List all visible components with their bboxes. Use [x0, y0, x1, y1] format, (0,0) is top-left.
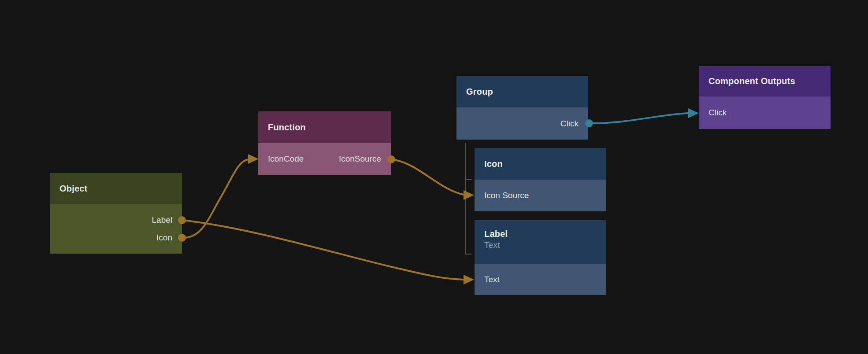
node-group-title: Group	[466, 87, 493, 97]
arrowhead-icon-iconsource	[464, 190, 474, 200]
node-component-outputs-title: Component Outputs	[708, 76, 795, 86]
port-dot-function-iconsource[interactable]	[387, 155, 395, 163]
node-object-title: Object	[59, 184, 87, 194]
wire-object-label-to-label-text[interactable]	[182, 220, 464, 280]
node-icon-body: Icon Source	[475, 180, 606, 211]
port-group-click-output[interactable]: Click	[560, 119, 579, 129]
node-group-header[interactable]: Group	[456, 76, 588, 107]
port-dot-object-icon[interactable]	[178, 234, 186, 242]
port-outputs-click-input[interactable]: Click	[708, 108, 727, 118]
port-function-iconcode-input[interactable]: IconCode	[268, 154, 304, 164]
wire-object-icon-to-function-iconcode[interactable]	[182, 159, 248, 238]
node-object-body: Label Icon	[50, 204, 182, 254]
node-function-body: IconCode IconSource	[258, 143, 391, 175]
port-object-label-output[interactable]: Label	[50, 211, 182, 229]
node-function-title: Function	[268, 122, 306, 133]
port-dot-object-label[interactable]	[178, 216, 186, 224]
node-label-title: Label	[484, 229, 508, 239]
node-function-header[interactable]: Function	[258, 111, 391, 143]
node-component-outputs[interactable]: Component Outputs Click	[699, 66, 831, 129]
node-object[interactable]: Object Label Icon	[50, 173, 182, 254]
port-dot-group-click[interactable]	[585, 119, 593, 127]
node-component-outputs-header[interactable]: Component Outputs	[699, 66, 831, 96]
node-group[interactable]: Group Click	[456, 76, 588, 140]
node-label-body: Text	[475, 264, 606, 295]
node-object-header[interactable]: Object	[50, 173, 182, 204]
node-canvas[interactable]: Object Label Icon Function IconCode Icon…	[0, 0, 868, 354]
arrowhead-outputs-click	[688, 108, 699, 118]
port-object-icon-output[interactable]: Icon	[50, 229, 182, 247]
arrowhead-function-iconcode	[248, 154, 259, 164]
port-icon-iconsource-input[interactable]: Icon Source	[484, 191, 529, 200]
node-label[interactable]: Label Text Text	[475, 220, 606, 295]
port-label: Icon	[156, 233, 172, 243]
wire-group-click-to-outputs-click[interactable]	[589, 113, 688, 123]
node-group-body: Click	[456, 107, 588, 140]
node-label-subtitle: Text	[484, 240, 500, 250]
port-label-text-input[interactable]: Text	[484, 275, 500, 284]
node-icon-title: Icon	[484, 159, 503, 169]
node-icon[interactable]: Icon Icon Source	[475, 148, 606, 211]
node-label-header[interactable]: Label Text	[475, 220, 606, 264]
arrowhead-label-text	[464, 275, 474, 284]
port-function-iconsource-output[interactable]: IconSource	[339, 154, 381, 164]
node-component-outputs-body: Click	[699, 96, 831, 129]
node-function[interactable]: Function IconCode IconSource	[258, 111, 391, 175]
node-icon-header[interactable]: Icon	[475, 148, 606, 180]
port-label: Label	[152, 215, 173, 225]
group-children-hierarchy-line	[466, 143, 471, 254]
wire-function-iconsource-to-icon-iconsource[interactable]	[391, 159, 464, 195]
